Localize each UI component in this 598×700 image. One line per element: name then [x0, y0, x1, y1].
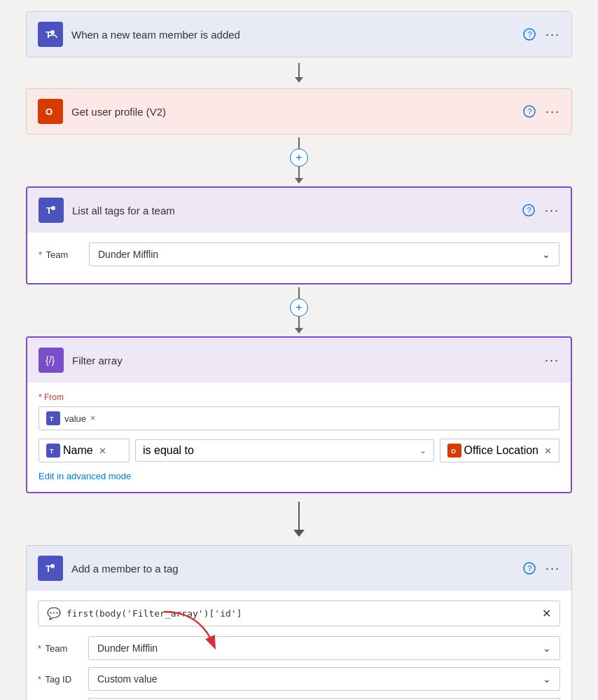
- svg-text:?: ?: [527, 30, 531, 39]
- team-dropdown-chevron: ⌄: [542, 249, 550, 260]
- svg-point-2: [50, 30, 55, 34]
- condition-op-text: is equal to: [143, 444, 194, 457]
- list-tags-help-btn[interactable]: ?: [521, 203, 536, 218]
- from-tag-field[interactable]: T value ×: [39, 406, 559, 430]
- add-connector-1: +: [290, 135, 308, 186]
- from-section: * From T value ×: [39, 392, 559, 430]
- add-member-tagid-dropdown[interactable]: Custom value ⌄: [88, 667, 560, 691]
- add-arrow-line-1: [298, 137, 300, 149]
- filter-array-card: {/} Filter array ··· * From T: [26, 336, 572, 493]
- list-tags-title: List all tags for a team: [72, 205, 513, 217]
- from-tag-icon: T: [46, 411, 60, 425]
- condition-right-text: Office Location: [464, 444, 538, 457]
- teams-svg-icon: T: [43, 27, 58, 42]
- team-field-label: * Team: [39, 249, 81, 260]
- get-profile-title: Get user profile (V2): [71, 106, 513, 118]
- expression-bar: 💬 first(body('Filter_array')['id'] ✕: [38, 601, 560, 626]
- add-arrow-head-1: [295, 178, 303, 184]
- filter-array-body: * From T value ×: [27, 383, 571, 492]
- add-member-team-row: * Team Dunder Mifflin ⌄: [38, 636, 560, 660]
- svg-point-11: [51, 206, 55, 210]
- trigger-actions: ? ···: [522, 27, 560, 42]
- filter-array-header: {/} Filter array ···: [27, 338, 571, 383]
- office-svg-icon: O: [43, 104, 58, 119]
- teams-icon-box: T: [38, 22, 63, 47]
- connector-1: [295, 57, 303, 88]
- svg-text:O: O: [46, 107, 53, 117]
- add-member-tagid-chevron: ⌄: [543, 673, 551, 685]
- flow-container: T When a new team member is added ? ···: [11, 11, 587, 700]
- condition-left-close[interactable]: ✕: [99, 446, 106, 456]
- add-member-header: T Add a member to a tag ? ···: [27, 546, 571, 591]
- condition-office-icon: O: [450, 446, 459, 455]
- add-member-icon-box: T: [38, 556, 63, 581]
- add-step-btn-2[interactable]: +: [290, 298, 308, 317]
- filter-array-title: Filter array: [72, 355, 536, 366]
- get-profile-card: O Get user profile (V2) ? ···: [26, 88, 572, 135]
- list-tags-card: T List all tags for a team ? ··· * Team …: [26, 186, 572, 284]
- svg-text:T: T: [46, 205, 52, 216]
- list-tags-actions: ? ···: [521, 203, 559, 218]
- add-arrow-head-2: [295, 328, 303, 334]
- tagid-required: *: [38, 674, 41, 685]
- office-icon-box: O: [38, 99, 63, 124]
- condition-op-chevron: ⌄: [419, 446, 426, 455]
- trigger-card-header: T When a new team member is added ? ···: [27, 12, 571, 57]
- svg-text:?: ?: [527, 206, 531, 214]
- get-profile-help-btn[interactable]: ?: [522, 104, 537, 119]
- add-connector-2: +: [290, 284, 308, 336]
- list-tags-svg-icon: T: [43, 203, 59, 218]
- add-member-team-label: * Team: [38, 643, 80, 654]
- trigger-help-btn[interactable]: ?: [522, 27, 537, 42]
- add-arrow-line-2b: [298, 317, 300, 328]
- arrow-head-1: [295, 77, 303, 83]
- add-step-btn-1[interactable]: +: [290, 149, 308, 167]
- svg-text:{/}: {/}: [46, 355, 55, 366]
- condition-left-text: Name: [63, 444, 93, 457]
- condition-row: T Name ✕ is equal to ⌄ O: [39, 439, 559, 462]
- condition-right-value[interactable]: O Office Location ✕: [440, 439, 559, 462]
- svg-text:T: T: [46, 563, 51, 574]
- list-tags-icon-box: T: [39, 198, 64, 223]
- condition-right-icon: O: [447, 444, 461, 458]
- list-tags-body: * Team Dunder Mifflin ⌄: [27, 233, 571, 283]
- svg-text:O: O: [451, 448, 456, 455]
- get-profile-header: O Get user profile (V2) ? ···: [27, 89, 571, 134]
- svg-text:?: ?: [527, 564, 531, 572]
- from-tag-close[interactable]: ×: [90, 413, 95, 423]
- edit-advanced-link[interactable]: Edit in advanced mode: [39, 471, 131, 481]
- get-profile-more-btn[interactable]: ···: [545, 104, 560, 119]
- condition-op-dropdown[interactable]: is equal to ⌄: [135, 439, 434, 462]
- from-value-text: value: [64, 413, 86, 424]
- team-dropdown[interactable]: Dunder Mifflin ⌄: [89, 242, 559, 266]
- svg-text:T: T: [50, 416, 54, 423]
- filter-icon-box: {/}: [39, 348, 64, 373]
- trigger-more-btn[interactable]: ···: [545, 27, 560, 42]
- filter-array-actions: ···: [545, 353, 559, 368]
- filter-array-more-btn[interactable]: ···: [545, 353, 559, 368]
- svg-point-24: [50, 564, 55, 568]
- trigger-card: T When a new team member is added ? ···: [26, 11, 572, 57]
- big-arrow-head: [293, 530, 305, 537]
- team-dropdown-value: Dunder Mifflin: [98, 249, 158, 260]
- condition-left-tag[interactable]: T Name ✕: [39, 439, 130, 462]
- add-member-card: T Add a member to a tag ? ··· 💬 first(bo…: [26, 545, 572, 700]
- add-member-more-btn[interactable]: ···: [545, 561, 560, 576]
- add-arrow-line-2: [298, 287, 300, 298]
- from-label: * From: [39, 392, 559, 402]
- list-tags-header: T List all tags for a team ? ···: [27, 188, 571, 233]
- red-arrow-annotation: [157, 608, 227, 650]
- arrow-line-1: [298, 63, 300, 77]
- condition-right-close[interactable]: ✕: [544, 446, 552, 456]
- list-tags-more-btn[interactable]: ···: [545, 203, 559, 218]
- expression-close[interactable]: ✕: [542, 607, 551, 620]
- filter-svg-icon: {/}: [43, 352, 59, 368]
- from-teams-icon: T: [48, 413, 58, 423]
- required-asterisk: *: [39, 249, 42, 260]
- add-member-actions: ? ···: [522, 561, 560, 576]
- svg-text:T: T: [50, 448, 54, 455]
- add-member-help-btn[interactable]: ?: [522, 561, 537, 576]
- get-profile-actions: ? ···: [522, 104, 560, 119]
- add-arrow-line-1b: [298, 167, 300, 178]
- add-member-team-chevron: ⌄: [543, 643, 551, 654]
